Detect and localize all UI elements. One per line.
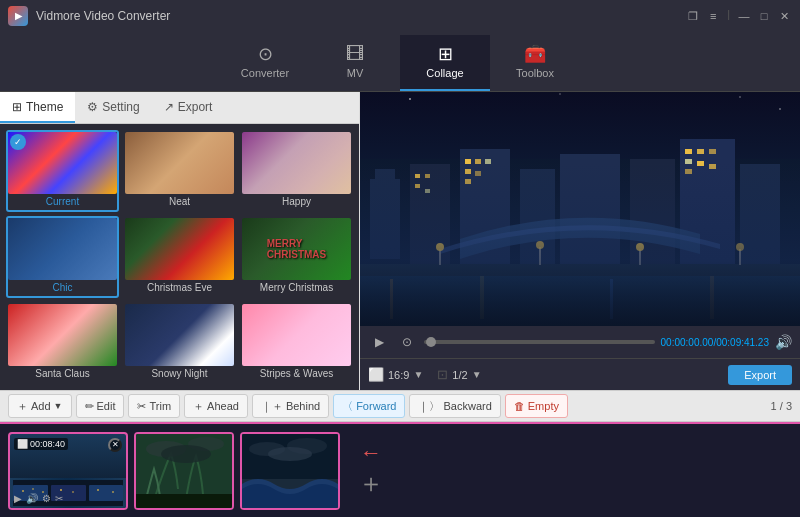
title-bar-controls[interactable]: ❐ ≡ | — □ ✕ [685, 8, 792, 24]
title-bar-left: ▶ Vidmore Video Converter [8, 6, 170, 26]
minimize-button[interactable]: — [736, 8, 752, 24]
add-icon: ＋ [17, 399, 28, 414]
forward-icon: 〈 [342, 399, 353, 414]
city-overlay [360, 162, 800, 326]
theme-item-neat[interactable]: Neat [123, 130, 236, 212]
theme-item-merry-christmas[interactable]: MERRYCHRISTMAS Merry Christmas [240, 216, 353, 298]
theme-item-chic[interactable]: Chic [6, 216, 119, 298]
mv-icon: 🎞 [346, 45, 364, 63]
tab-collage[interactable]: ⊞ Collage [400, 35, 490, 91]
title-bar: ▶ Vidmore Video Converter ❐ ≡ | — □ ✕ [0, 0, 800, 32]
left-panel: ⊞ Theme ⚙ Setting ↗ Export ✓ Current [0, 92, 360, 390]
theme-label-stripes-waves: Stripes & Waves [260, 366, 334, 382]
play-button[interactable]: ▶ [368, 331, 390, 353]
svg-rect-60 [136, 494, 232, 508]
page-indicator: 1 / 3 [771, 400, 792, 412]
clip-secondary-svg [136, 434, 232, 508]
edit-button[interactable]: ✏ Edit [76, 394, 125, 418]
ratio-icon: ⬜ [368, 367, 384, 382]
forward-button[interactable]: 〈 Forward [333, 394, 405, 418]
split-arrow-icon: ▼ [472, 369, 482, 380]
nav-bar: ⊙ Converter 🎞 MV ⊞ Collage 🧰 Toolbox [0, 32, 800, 92]
clip-cut-icon: ✂ [55, 493, 63, 504]
backward-button[interactable]: ｜〉 Backward [409, 394, 500, 418]
theme-grid: ✓ Current Neat Happy Chic Christmas Eve [0, 124, 359, 390]
clip-close-button[interactable]: ✕ [108, 438, 122, 452]
theme-thumb-happy [242, 132, 351, 194]
player-controls: ▶ ⊙ 00:00:00.00/00:09:41.23 🔊 [360, 326, 800, 358]
ratio-select[interactable]: ⬜ 16:9 ▼ ⊡ 1/2 ▼ [368, 367, 482, 382]
subtab-theme-label: Theme [26, 100, 63, 114]
clip-tertiary-svg [242, 434, 338, 508]
ahead-button[interactable]: ＋ Ahead [184, 394, 248, 418]
theme-thumb-neat [125, 132, 234, 194]
split-icon: ⊡ [437, 367, 448, 382]
restore-button[interactable]: ❐ [685, 8, 701, 24]
export-button[interactable]: Export [728, 365, 792, 385]
svg-point-55 [60, 489, 62, 491]
timeline-clip-secondary[interactable] [134, 432, 234, 510]
sub-tabs: ⊞ Theme ⚙ Setting ↗ Export [0, 92, 359, 124]
theme-thumb-current: ✓ [8, 132, 117, 194]
timeline: ⬜ 00:08:40 ✕ ▶ 🔊 ⚙ [0, 422, 800, 517]
behind-icon: ｜＋ [261, 399, 283, 414]
add-dropdown-icon: ▼ [54, 401, 63, 411]
close-button[interactable]: ✕ [776, 8, 792, 24]
trim-icon: ✂ [137, 400, 146, 413]
timeline-clip-main[interactable]: ⬜ 00:08:40 ✕ ▶ 🔊 ⚙ [8, 432, 128, 510]
theme-label-neat: Neat [169, 194, 190, 210]
menu-button[interactable]: ≡ [705, 8, 721, 24]
collage-icon: ⊞ [438, 45, 453, 63]
theme-item-current[interactable]: ✓ Current [6, 130, 119, 212]
theme-label-christmas-eve: Christmas Eve [147, 280, 212, 296]
theme-item-santa-claus[interactable]: Santa Claus [6, 302, 119, 384]
tab-toolbox[interactable]: 🧰 Toolbox [490, 35, 580, 91]
converter-icon: ⊙ [258, 45, 273, 63]
clip-tertiary-thumb [242, 434, 338, 508]
subtab-setting[interactable]: ⚙ Setting [75, 92, 151, 123]
split-value: 1/2 [452, 369, 467, 381]
clip-duration-icon: ⬜ [17, 439, 28, 449]
time-display: 00:00:00.00/00:09:41.23 [661, 337, 769, 348]
toolbox-icon: 🧰 [524, 45, 546, 63]
export-nav-icon: ↗ [164, 100, 174, 114]
svg-point-52 [22, 490, 24, 492]
tab-mv-label: MV [347, 67, 364, 79]
trim-button[interactable]: ✂ Trim [128, 394, 180, 418]
theme-item-snowy-night[interactable]: Snowy Night [123, 302, 236, 384]
theme-item-christmas-eve[interactable]: Christmas Eve [123, 216, 236, 298]
progress-bar[interactable] [424, 340, 655, 344]
clip-action-icons: ▶ 🔊 ⚙ ✂ [14, 493, 63, 504]
theme-item-happy[interactable]: Happy [240, 130, 353, 212]
svg-point-56 [72, 491, 74, 493]
clip-settings-icon: ⚙ [42, 493, 51, 504]
add-clip-icon[interactable]: ＋ [358, 466, 384, 501]
empty-button[interactable]: 🗑 Empty [505, 394, 568, 418]
app-icon: ▶ [8, 6, 28, 26]
timeline-clip-tertiary[interactable] [240, 432, 340, 510]
clip-play-icon: ▶ [14, 493, 22, 504]
subtab-export[interactable]: ↗ Export [152, 92, 225, 123]
svg-point-5 [739, 96, 741, 98]
theme-label-current: Current [46, 194, 79, 210]
behind-button[interactable]: ｜＋ Behind [252, 394, 329, 418]
add-button[interactable]: ＋ Add ▼ [8, 394, 72, 418]
ahead-icon: ＋ [193, 399, 204, 414]
tab-toolbox-label: Toolbox [516, 67, 554, 79]
theme-label-snowy-night: Snowy Night [151, 366, 207, 382]
maximize-button[interactable]: □ [756, 8, 772, 24]
clip-audio-icon: 🔊 [26, 493, 38, 504]
subtab-export-label: Export [178, 100, 213, 114]
app-title: Vidmore Video Converter [36, 9, 170, 23]
theme-label-santa-claus: Santa Claus [35, 366, 89, 382]
bottom-controls: ⬜ 16:9 ▼ ⊡ 1/2 ▼ Export [360, 358, 800, 390]
volume-icon[interactable]: 🔊 [775, 334, 792, 350]
subtab-theme[interactable]: ⊞ Theme [0, 92, 75, 123]
ratio-arrow-icon: ▼ [413, 369, 423, 380]
tab-converter[interactable]: ⊙ Converter [220, 35, 310, 91]
stop-button[interactable]: ⊙ [396, 331, 418, 353]
theme-label-chic: Chic [52, 280, 72, 296]
tab-mv[interactable]: 🎞 MV [310, 35, 400, 91]
backward-icon: ｜〉 [418, 399, 440, 414]
theme-item-stripes-waves[interactable]: Stripes & Waves [240, 302, 353, 384]
